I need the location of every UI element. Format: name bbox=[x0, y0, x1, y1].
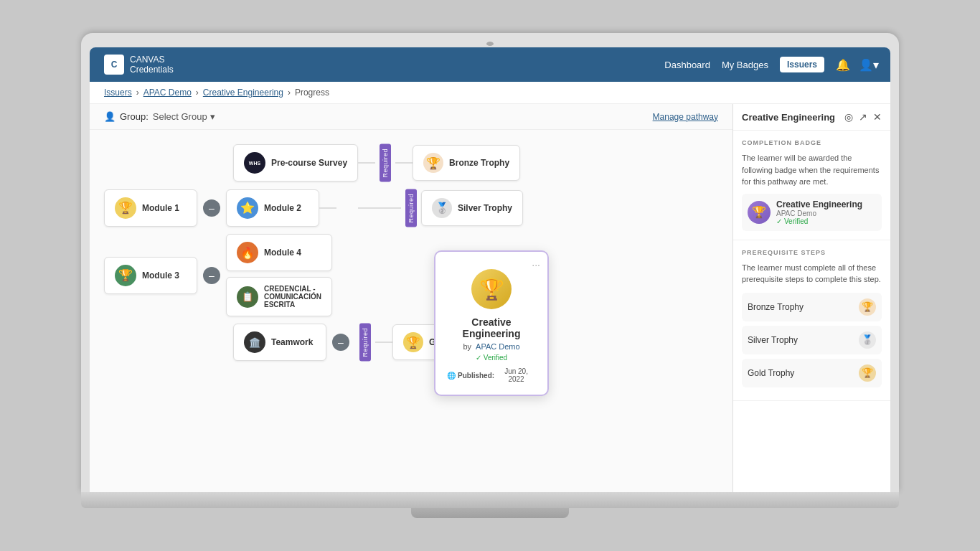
right-panel: Creative Engineering ◎ ↗ ✕ COMPLETION BA… bbox=[732, 104, 890, 492]
module1-label: Module 1 bbox=[142, 203, 179, 213]
completion-text: The learner will be awarded the followin… bbox=[742, 152, 882, 188]
completion-badge-info: Creative Engineering APAC Demo ✓ Verifie… bbox=[776, 199, 862, 225]
laptop-stand bbox=[411, 508, 569, 518]
laptop-base bbox=[81, 492, 899, 508]
prereq-gold-item[interactable]: Gold Trophy 🏆 bbox=[742, 359, 882, 387]
main-content: 👤 Group: Select Group ▾ Manage pathway bbox=[90, 104, 890, 492]
connector-minus-2: – bbox=[203, 267, 220, 284]
silver-trophy-box[interactable]: 🥈 Silver Trophy bbox=[421, 190, 523, 226]
manage-pathway-link[interactable]: Manage pathway bbox=[653, 112, 718, 122]
teamwork-box[interactable]: 🏛️ Teamwork bbox=[233, 324, 326, 361]
verified-check-icon: ✓ bbox=[476, 354, 481, 362]
group-label: Group: bbox=[120, 111, 149, 122]
completion-badge-item[interactable]: 🏆 Creative Engineering APAC Demo ✓ Verif… bbox=[742, 194, 882, 231]
bronze-trophy-icon: 🏆 bbox=[423, 153, 443, 173]
badge-org: APAC Demo bbox=[776, 209, 862, 217]
connector-minus-1: – bbox=[203, 199, 220, 217]
nav-my-badges[interactable]: My Badges bbox=[722, 60, 768, 70]
logo-text: CANVAS Credentials bbox=[130, 55, 174, 75]
gold-trophy-icon: 🏆 bbox=[403, 332, 423, 352]
module2-box[interactable]: ⭐ Module 2 bbox=[226, 189, 319, 227]
laptop-shell: C CANVAS Credentials Dashboard My Badges… bbox=[81, 33, 899, 518]
open-external-icon[interactable]: ↗ bbox=[859, 111, 867, 123]
canvas-toolbar: 👤 Group: Select Group ▾ Manage pathway bbox=[90, 104, 732, 130]
group-select-text: Select Group bbox=[153, 111, 207, 122]
user-dropdown-arrow: ▾ bbox=[873, 58, 879, 72]
screen-inner: C CANVAS Credentials Dashboard My Badges… bbox=[90, 47, 890, 492]
group-dropdown[interactable]: Select Group ▾ bbox=[153, 111, 215, 122]
prereq-silver-icon: 🥈 bbox=[859, 331, 876, 349]
locate-icon[interactable]: ◎ bbox=[844, 111, 853, 123]
survey-label: Pre-course Survey bbox=[271, 158, 347, 168]
popup-dots-menu[interactable]: ··· bbox=[532, 259, 540, 270]
laptop-screen: C CANVAS Credentials Dashboard My Badges… bbox=[81, 33, 899, 492]
panel-header: Creative Engineering ◎ ↗ ✕ bbox=[733, 104, 890, 131]
prereq-bronze-label: Bronze Trophy bbox=[748, 302, 804, 312]
module2-label: Module 2 bbox=[264, 203, 301, 213]
panel-header-icons: ◎ ↗ ✕ bbox=[844, 111, 882, 123]
popup-verified: ✓ Verified bbox=[447, 354, 536, 362]
whs-icon: WHS bbox=[244, 152, 265, 174]
breadcrumb: Issuers › APAC Demo › Creative Engineeri… bbox=[90, 82, 890, 104]
connector-line-2 bbox=[395, 162, 413, 164]
module4-icon: 🔥 bbox=[237, 242, 258, 263]
silver-trophy-label: Silver Trophy bbox=[458, 203, 512, 213]
prereq-text: The learner must complete all of these p… bbox=[742, 262, 882, 286]
nav-logo: C CANVAS Credentials bbox=[104, 55, 174, 75]
prereq-bronze-icon: 🏆 bbox=[859, 298, 876, 316]
bronze-trophy-label: Bronze Trophy bbox=[449, 158, 509, 168]
prereq-gold-icon: 🏆 bbox=[859, 364, 876, 382]
prereq-section: PREREQUISITE STEPS The learner must comp… bbox=[733, 240, 890, 401]
module1-box[interactable]: 🏆 Module 1 bbox=[104, 189, 197, 227]
nav-issuers-button[interactable]: Issuers bbox=[780, 57, 824, 72]
required-label-3: Required bbox=[359, 324, 371, 362]
popup-published-label: Published: bbox=[458, 372, 494, 380]
panel-title: Creative Engineering bbox=[742, 112, 835, 123]
row-survey-bronze: WHS Pre-course Survey Required 🏆 Bronze … bbox=[233, 144, 718, 182]
badge-verified-text: Verified bbox=[784, 217, 808, 225]
breadcrumb-apac-demo[interactable]: APAC Demo bbox=[143, 88, 192, 98]
module4-box[interactable]: 🔥 Module 4 bbox=[226, 234, 332, 271]
user-icon[interactable]: 👤 ▾ bbox=[862, 57, 876, 72]
prereq-gold-label: Gold Trophy bbox=[748, 368, 794, 378]
module3-label: Module 3 bbox=[142, 270, 179, 281]
camera-notch bbox=[486, 42, 494, 46]
breadcrumb-sep3: › bbox=[288, 88, 291, 98]
required-label-1: Required bbox=[380, 144, 391, 182]
completion-badge-section: COMPLETION BADGE The learner will be awa… bbox=[733, 131, 890, 240]
prereq-bronze-item[interactable]: Bronze Trophy 🏆 bbox=[742, 293, 882, 321]
globe-icon: 🌐 bbox=[447, 372, 456, 380]
breadcrumb-sep1: › bbox=[136, 88, 139, 98]
teamwork-label: Teamwork bbox=[271, 337, 313, 347]
module2-icon: ⭐ bbox=[237, 197, 258, 219]
bell-icon[interactable]: 🔔 bbox=[836, 57, 850, 72]
connector-line-1 bbox=[358, 162, 375, 164]
logo-icon: C bbox=[104, 55, 124, 75]
credencial-icon: 📋 bbox=[237, 286, 258, 308]
credencial-box[interactable]: 📋 CREDENCIAL - COMUNICACIÓN ESCRITA bbox=[226, 277, 332, 316]
close-icon[interactable]: ✕ bbox=[873, 111, 882, 123]
credencial-label: CREDENCIAL - COMUNICACIÓN ESCRITA bbox=[264, 285, 321, 309]
breadcrumb-creative-engineering[interactable]: Creative Engineering bbox=[203, 88, 283, 98]
required-label-2: Required bbox=[405, 189, 417, 227]
module1-icon: 🏆 bbox=[115, 197, 136, 219]
pathway-container: WHS Pre-course Survey Required 🏆 Bronze … bbox=[90, 130, 732, 489]
row-modules-1-2: 🏆 Module 1 – ⭐ Module 2 Required bbox=[104, 189, 718, 227]
silver-trophy-icon: 🥈 bbox=[432, 198, 452, 218]
module4-label: Module 4 bbox=[264, 248, 301, 258]
popup-published-date: Jun 20, 2022 bbox=[496, 367, 536, 383]
popup-org-link[interactable]: APAC Demo bbox=[476, 342, 520, 351]
bronze-trophy-box[interactable]: 🏆 Bronze Trophy bbox=[413, 145, 520, 181]
prereq-silver-item[interactable]: Silver Trophy 🥈 bbox=[742, 326, 882, 354]
breadcrumb-issuers[interactable]: Issuers bbox=[104, 88, 132, 98]
nav-dashboard[interactable]: Dashboard bbox=[664, 60, 710, 70]
pre-course-survey-box[interactable]: WHS Pre-course Survey bbox=[233, 144, 358, 182]
logo-subtitle: Credentials bbox=[130, 65, 174, 75]
badge-name: Creative Engineering bbox=[776, 199, 862, 209]
teamwork-icon: 🏛️ bbox=[244, 331, 265, 353]
breadcrumb-sep2: › bbox=[196, 88, 199, 98]
module3-box[interactable]: 🏆 Module 3 bbox=[104, 257, 197, 294]
top-navigation: C CANVAS Credentials Dashboard My Badges… bbox=[90, 47, 890, 82]
module3-icon: 🏆 bbox=[115, 265, 136, 286]
popup-badge-icon: 🏆 bbox=[471, 269, 512, 309]
